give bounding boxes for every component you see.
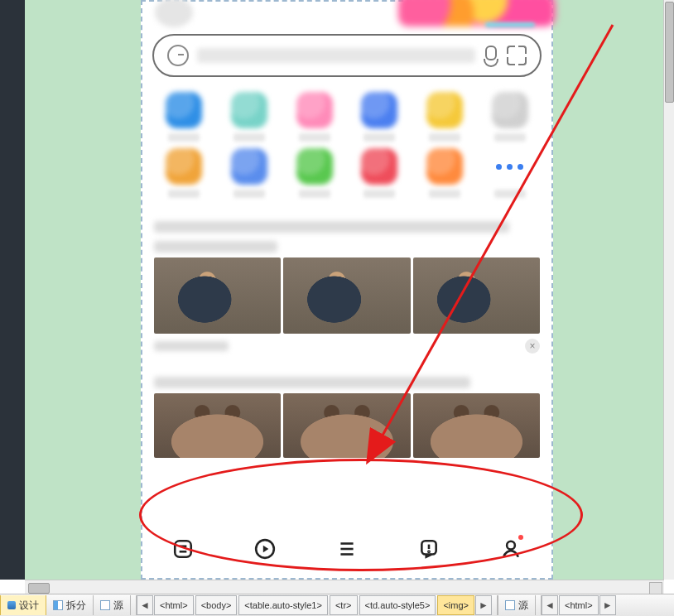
feed-image-row-2[interactable] bbox=[154, 393, 540, 458]
tab-feed[interactable] bbox=[169, 535, 197, 563]
app-tile-icon bbox=[231, 148, 267, 185]
app-tile-icon bbox=[426, 148, 463, 185]
app-shortcut[interactable] bbox=[284, 148, 344, 198]
design-icon bbox=[7, 601, 16, 609]
breadcrumb2-nav-right[interactable]: ► bbox=[599, 595, 616, 615]
chevron-left-icon: ◄ bbox=[140, 599, 150, 611]
breadcrumb2-nav-left[interactable]: ◄ bbox=[542, 595, 558, 615]
breadcrumb-trail: <html><body><table.auto-style1><tr><td.a… bbox=[153, 595, 475, 615]
feed-image[interactable] bbox=[154, 257, 281, 334]
left-dark-panel bbox=[0, 0, 25, 580]
notification-dot-icon bbox=[518, 535, 523, 540]
app-tile-icon bbox=[361, 92, 397, 128]
breadcrumb-label: <img> bbox=[443, 600, 469, 610]
app-label bbox=[429, 133, 460, 142]
app-shortcut-grid bbox=[142, 77, 551, 201]
view-tab-label: 拆分 bbox=[66, 599, 86, 613]
more-apps-icon[interactable] bbox=[492, 148, 528, 185]
breadcrumb-label: <body> bbox=[201, 600, 232, 610]
feed-image-row-1[interactable] bbox=[154, 257, 540, 334]
app-label bbox=[429, 190, 460, 198]
scroll-thumb[interactable] bbox=[665, 2, 674, 103]
feed-image[interactable] bbox=[413, 393, 540, 458]
app-shortcut[interactable] bbox=[415, 148, 475, 198]
tab-play[interactable] bbox=[251, 535, 279, 563]
view-tab-label: 源 bbox=[113, 599, 123, 613]
app-tile-icon bbox=[231, 92, 267, 128]
app-shortcut[interactable] bbox=[349, 92, 410, 142]
app-label bbox=[299, 133, 330, 142]
avatar[interactable] bbox=[155, 0, 193, 27]
svg-point-11 bbox=[507, 541, 515, 550]
editor-viewport: × bbox=[0, 0, 674, 616]
breadcrumb-item[interactable]: <tr> bbox=[330, 595, 358, 615]
scan-icon[interactable] bbox=[507, 46, 527, 65]
tab-alert[interactable] bbox=[415, 535, 443, 563]
design-surface[interactable]: × bbox=[25, 0, 664, 580]
app-label bbox=[168, 190, 200, 198]
breadcrumb-nav-right[interactable]: ► bbox=[475, 595, 492, 615]
app-shortcut[interactable] bbox=[154, 148, 214, 198]
bottom-tab-bar bbox=[142, 525, 551, 573]
app-tile-icon bbox=[166, 92, 202, 128]
app-label bbox=[168, 133, 200, 142]
promo-banner-underline bbox=[485, 22, 535, 27]
svg-marker-4 bbox=[263, 546, 269, 553]
feed-image[interactable] bbox=[154, 393, 281, 458]
breadcrumb-item[interactable]: <body> bbox=[195, 595, 238, 615]
view-tab-split[interactable]: 拆分 bbox=[46, 595, 94, 615]
vertical-scrollbar[interactable] bbox=[663, 0, 674, 580]
svg-rect-0 bbox=[176, 541, 192, 557]
breadcrumb-item[interactable]: <table.auto-style1> bbox=[238, 595, 328, 615]
view-tab-source[interactable]: 源 bbox=[94, 595, 131, 615]
app-shortcut[interactable] bbox=[349, 148, 410, 198]
app-tile-icon bbox=[492, 92, 528, 128]
breadcrumb2-item[interactable]: <html> bbox=[559, 595, 599, 615]
app-label bbox=[494, 133, 526, 142]
breadcrumb-label: <html> bbox=[160, 600, 188, 610]
tab-menu[interactable] bbox=[333, 535, 361, 563]
app-shortcut[interactable] bbox=[479, 92, 540, 142]
source-icon bbox=[100, 600, 110, 610]
app-shortcut[interactable] bbox=[415, 92, 475, 142]
mobile-page-preview: × bbox=[141, 0, 553, 580]
app-shortcut[interactable] bbox=[219, 92, 280, 142]
app-label bbox=[299, 190, 330, 198]
chevron-right-icon: ► bbox=[603, 599, 613, 611]
app-shortcut[interactable] bbox=[154, 92, 214, 142]
mic-icon[interactable] bbox=[484, 46, 498, 65]
scroll-thumb[interactable] bbox=[28, 583, 50, 594]
view-tab-design[interactable]: 设计 bbox=[0, 595, 46, 615]
tab-profile[interactable] bbox=[497, 535, 525, 563]
view-tab-label: 设计 bbox=[19, 599, 39, 613]
feed-image[interactable] bbox=[283, 393, 410, 458]
feed-caption-row: × bbox=[154, 339, 540, 354]
feed-heading bbox=[154, 221, 540, 253]
breadcrumb-nav-left[interactable]: ◄ bbox=[137, 595, 153, 615]
breadcrumb-label: <tr> bbox=[335, 600, 352, 610]
feed-image[interactable] bbox=[413, 257, 540, 334]
design-canvas-area: × bbox=[0, 0, 674, 580]
app-shortcut[interactable] bbox=[479, 148, 540, 198]
feed-title-line1 bbox=[154, 377, 470, 388]
dismiss-feed-button[interactable]: × bbox=[525, 339, 540, 354]
breadcrumb-item[interactable]: <td.auto-style5> bbox=[359, 595, 436, 615]
app-shortcut[interactable] bbox=[284, 92, 344, 142]
app-label bbox=[363, 190, 395, 198]
breadcrumb-item[interactable]: <html> bbox=[154, 595, 194, 615]
breadcrumb-item[interactable]: <img> bbox=[437, 595, 474, 615]
view-tab-source-right[interactable]: 源 bbox=[498, 595, 536, 615]
app-shortcut[interactable] bbox=[219, 148, 280, 198]
feed-title-line1 bbox=[154, 221, 509, 233]
app-label bbox=[233, 190, 265, 198]
split-icon bbox=[53, 600, 63, 610]
svg-point-10 bbox=[428, 551, 429, 552]
app-tile-icon bbox=[296, 92, 333, 128]
search-input[interactable] bbox=[197, 48, 475, 63]
search-icon bbox=[167, 45, 189, 66]
view-tab-label: 源 bbox=[518, 599, 528, 613]
breadcrumb-label: <td.auto-style5> bbox=[365, 600, 431, 610]
feed-image[interactable] bbox=[283, 257, 410, 334]
search-bar[interactable] bbox=[152, 34, 542, 77]
app-tile-icon bbox=[361, 148, 397, 185]
